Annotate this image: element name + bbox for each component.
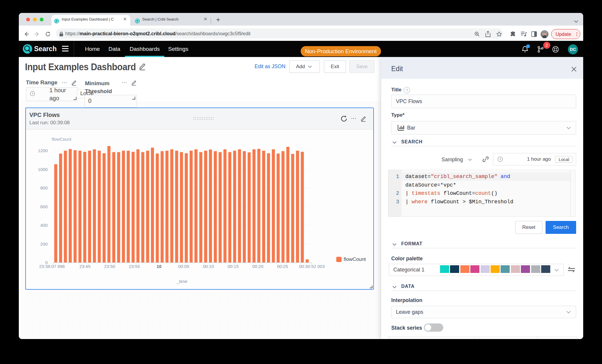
svg-text:200: 200 <box>40 241 48 246</box>
svg-text:flowCount: flowCount <box>344 256 366 262</box>
svg-text:10: 10 <box>157 264 162 269</box>
svg-text:00:25: 00:25 <box>277 264 288 269</box>
svg-text:00:05: 00:05 <box>178 264 189 269</box>
svg-text:23:55: 23:55 <box>129 264 140 269</box>
svg-text:23:50: 23:50 <box>104 264 115 269</box>
svg-text:400: 400 <box>40 223 48 228</box>
svg-text:_time: _time <box>176 279 188 284</box>
svg-text:00:20: 00:20 <box>252 264 263 269</box>
svg-text:23:45: 23:45 <box>79 264 91 269</box>
svg-text:1000: 1000 <box>38 167 48 172</box>
svg-text:1200: 1200 <box>38 148 48 153</box>
svg-text:00:30:52 003: 00:30:52 003 <box>299 264 325 269</box>
svg-text:23:38:07 996: 23:38:07 996 <box>39 264 65 269</box>
svg-text:flowCount: flowCount <box>52 137 72 142</box>
svg-text:800: 800 <box>40 185 48 190</box>
svg-text:600: 600 <box>40 204 48 209</box>
svg-text:00:15: 00:15 <box>228 264 239 269</box>
svg-text:00:10: 00:10 <box>203 264 214 269</box>
